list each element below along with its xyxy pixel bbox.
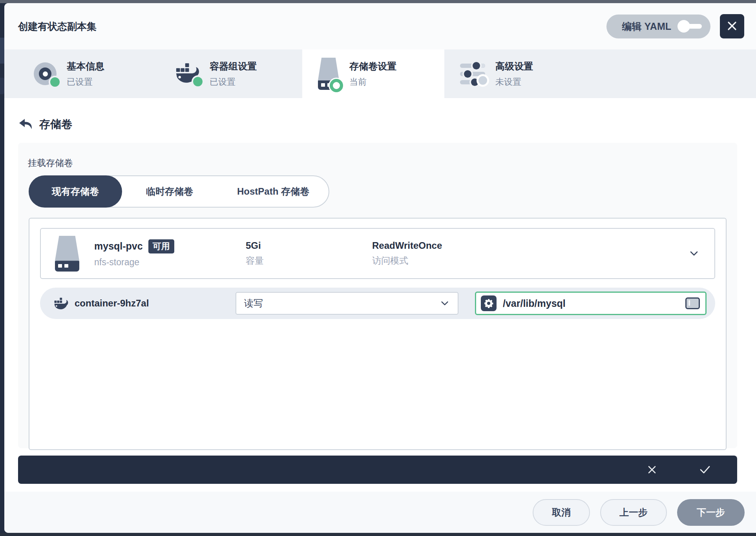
- step-status: 已设置: [210, 76, 257, 88]
- pvc-capacity-label: 容量: [246, 255, 372, 267]
- close-button[interactable]: [720, 14, 744, 38]
- dialog-title: 创建有状态副本集: [18, 20, 97, 33]
- step-label: 基本信息: [67, 60, 104, 73]
- step-done-dot: [193, 77, 203, 86]
- docker-icon: [54, 297, 68, 310]
- gear-icon: [481, 295, 497, 311]
- chevron-down-icon: [440, 298, 450, 308]
- cancel-volume-icon[interactable]: [646, 464, 658, 476]
- cancel-button[interactable]: 取消: [533, 499, 590, 526]
- volume-type-segmented-control: 现有存储卷 临时存储卷 HostPath 存储卷: [29, 175, 329, 208]
- tab-existing-volume[interactable]: 现有存储卷: [29, 175, 122, 208]
- step-label: 高级设置: [495, 60, 533, 73]
- volumes-heading: 存储卷: [39, 117, 72, 132]
- step-current-ring: [330, 79, 343, 92]
- access-mode-select[interactable]: 读写: [236, 292, 458, 315]
- volume-review-bar: [18, 456, 737, 484]
- step-status: 已设置: [67, 76, 104, 88]
- pvc-access-mode-value: ReadWriteOnce: [372, 240, 688, 251]
- previous-step-button[interactable]: 上一步: [600, 499, 667, 526]
- mount-volume-panel: 挂载存储卷 现有存储卷 临时存储卷 HostPath 存储卷 m: [18, 143, 737, 448]
- volumes-section-header: 存储卷: [18, 117, 747, 132]
- textbox-icon: [685, 297, 700, 309]
- close-icon: [726, 20, 738, 33]
- container-name: container-9hz7al: [75, 298, 149, 309]
- backdrop-fragment: [0, 78, 4, 94]
- create-statefulset-dialog: 创建有状态副本集 编辑 YAML 基本信息: [4, 3, 756, 533]
- container-mount-row: container-9hz7al 读写: [40, 288, 715, 319]
- access-mode-selected: 读写: [244, 297, 263, 310]
- edit-yaml-label: 编辑 YAML: [622, 20, 671, 33]
- backdrop-fragment: [0, 38, 4, 64]
- tab-temporary-volume[interactable]: 临时存储卷: [121, 176, 218, 207]
- tab-advanced-settings[interactable]: 高级设置 未设置: [444, 49, 586, 98]
- step-status: 未设置: [495, 76, 533, 88]
- step-tabbar: 基本信息 已设置: [4, 49, 756, 98]
- chevron-down-icon[interactable]: [688, 248, 699, 259]
- dialog-content: 存储卷 挂载存储卷 现有存储卷 临时存储卷 HostPath 存储卷: [4, 98, 756, 485]
- existing-volume-panel: mysql-pvc 可用 nfs-storage 5Gi 容量 ReadWrit…: [29, 218, 727, 450]
- pvc-name: mysql-pvc: [94, 241, 143, 252]
- step-pending-ring: [477, 74, 489, 87]
- header-actions: 编辑 YAML: [606, 14, 744, 38]
- mount-path-field: [475, 292, 707, 315]
- pvc-access-mode-label: 访问模式: [372, 255, 688, 267]
- pvc-card[interactable]: mysql-pvc 可用 nfs-storage 5Gi 容量 ReadWrit…: [40, 228, 715, 279]
- pvc-storage-class: nfs-storage: [94, 257, 174, 268]
- step-done-dot: [50, 77, 60, 87]
- mount-path-input[interactable]: [503, 298, 679, 309]
- tab-basic-info[interactable]: 基本信息 已设置: [18, 49, 160, 98]
- tab-pod-settings[interactable]: 容器组设置 已设置: [160, 49, 302, 98]
- backdrop-bottom-strip: [0, 533, 756, 536]
- step-status: 当前: [349, 76, 396, 88]
- next-step-button[interactable]: 下一步: [677, 499, 745, 526]
- mount-section-label: 挂载存储卷: [28, 157, 727, 169]
- storage-icon: [55, 236, 79, 272]
- tab-storage-settings[interactable]: 存储卷设置 当前: [302, 49, 444, 98]
- pvc-capacity-value: 5Gi: [246, 240, 372, 251]
- backdrop-top-strip: [0, 0, 756, 3]
- tab-hostpath-volume[interactable]: HostPath 存储卷: [218, 176, 329, 207]
- step-label: 容器组设置: [210, 60, 257, 73]
- toggle-switch-icon[interactable]: [677, 20, 702, 33]
- pvc-status-badge: 可用: [148, 239, 174, 253]
- back-arrow-icon[interactable]: [18, 118, 32, 131]
- step-label: 存储卷设置: [349, 60, 396, 73]
- dialog-footer: 取消 上一步 下一步: [4, 492, 756, 533]
- dialog-header: 创建有状态副本集 编辑 YAML: [4, 3, 756, 49]
- edit-yaml-toggle[interactable]: 编辑 YAML: [606, 15, 710, 38]
- confirm-volume-icon[interactable]: [699, 464, 711, 476]
